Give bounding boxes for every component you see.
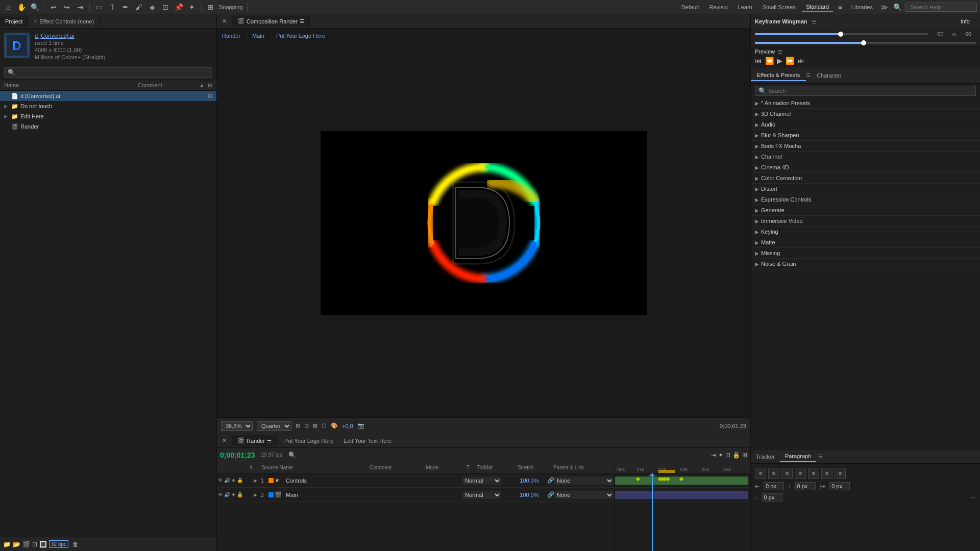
tl-add-marker-icon[interactable]: ✦	[718, 452, 723, 459]
file-item-donottouch[interactable]: ▶ 📁 Do not touch	[0, 101, 216, 111]
pin-icon[interactable]: 📌	[174, 2, 184, 12]
tl-lock-icon[interactable]: 🔒	[732, 452, 740, 459]
file-item-ai[interactable]: 📄 d [Converted].ai ⊞	[0, 91, 216, 101]
preview-prev-icon[interactable]: ⏪	[765, 57, 774, 65]
ep-tab-character[interactable]: Character	[811, 70, 847, 81]
layer-parent-select-1[interactable]: None	[554, 477, 614, 485]
kw-slider-thumb-2[interactable]	[861, 40, 866, 45]
preview-play-icon[interactable]: ▶	[777, 57, 782, 65]
align-center-btn[interactable]: ≡	[768, 468, 779, 479]
workspace-default[interactable]: Default	[677, 3, 703, 11]
delete-icon[interactable]: 🗑	[72, 541, 79, 548]
libraries-chevron-icon[interactable]: ≫	[879, 2, 889, 12]
project-search-bar[interactable]: 🔍	[4, 67, 212, 78]
timeline-tab-menu-icon[interactable]: ☰	[267, 438, 272, 443]
para-menu-icon[interactable]: ☰	[818, 454, 823, 459]
ep-audio[interactable]: ▶ Audio	[751, 119, 980, 130]
indent-right-input[interactable]	[829, 482, 850, 490]
layer-audio-icon[interactable]: 🔊	[224, 478, 230, 483]
eraser-icon[interactable]: ⊡	[160, 2, 170, 12]
track-bar-2[interactable]	[615, 491, 748, 499]
new-solid-icon[interactable]: ⊡	[32, 541, 37, 548]
ep-immersive-video[interactable]: ▶ Immersive Video	[751, 216, 980, 227]
layer-mode-select-1[interactable]: Normal	[462, 477, 501, 485]
step-icon[interactable]: ⇥	[75, 2, 85, 12]
preview-next-icon[interactable]: ⏩	[786, 57, 794, 65]
snapping-icon[interactable]: ⊞	[206, 2, 216, 12]
tl-parent-icon[interactable]: ⇥	[711, 452, 716, 459]
preview-first-icon[interactable]: ⏮	[755, 57, 762, 65]
layer-link-icon-1[interactable]: 🔗	[547, 477, 554, 484]
layer-solo-icon[interactable]: ★	[231, 478, 236, 483]
color-picker-icon[interactable]: 🎨	[331, 422, 338, 429]
ep-expression-controls[interactable]: ▶ Expression Controls	[751, 194, 980, 205]
close-comp-icon[interactable]: ✕	[217, 16, 232, 27]
layer-solo-icon-2[interactable]: ★	[231, 492, 236, 497]
kw-slider-1[interactable]	[755, 33, 928, 35]
layer-eye-icon-2[interactable]: 👁	[218, 492, 223, 497]
rect-icon[interactable]: ▭	[94, 2, 104, 12]
workspace-smallscreen[interactable]: Small Screen	[758, 3, 800, 11]
brush-icon[interactable]: 🖌	[134, 2, 144, 12]
workspace-libraries[interactable]: Libraries	[847, 3, 877, 11]
color-depth-icon[interactable]: 🔳	[39, 541, 47, 548]
ep-tab-effects[interactable]: Effects & Presets	[751, 70, 806, 81]
ep-generate[interactable]: ▶ Generate	[751, 205, 980, 216]
import-icon[interactable]: 📂	[13, 541, 20, 548]
playhead[interactable]	[652, 473, 653, 551]
info-tab-label[interactable]: Info	[954, 16, 976, 27]
stamp-icon[interactable]: ◈	[147, 2, 157, 12]
home-icon[interactable]: ⌂	[3, 2, 13, 12]
tracker-tab[interactable]: Tracker	[751, 452, 780, 462]
toggle-grid-icon[interactable]: ⊞	[296, 422, 300, 429]
bc-main[interactable]: Main	[252, 33, 264, 39]
layer-expand-icon-1[interactable]: ▶	[254, 478, 257, 483]
tl-edit-your-text[interactable]: Edit Your Text Here	[340, 437, 395, 445]
ep-blur-sharpen[interactable]: ▶ Blur & Sharpen	[751, 130, 980, 141]
align-justify-btn[interactable]: ≡	[795, 468, 806, 479]
ep-noise-grain[interactable]: ▶ Noise & Grain	[751, 259, 980, 269]
align-justify-last-left-btn[interactable]: ≡	[808, 468, 819, 479]
align-right-btn[interactable]: ≡	[781, 468, 793, 479]
workspace-learn[interactable]: Learn	[734, 3, 756, 11]
space-after-input[interactable]	[762, 493, 782, 502]
ep-missing[interactable]: ▶ Missing	[751, 248, 980, 259]
quality-select[interactable]: Quarter	[257, 421, 291, 431]
align-justify-last-center-btn[interactable]: ≡	[821, 468, 832, 479]
3d-view-icon[interactable]: ⬡	[322, 422, 327, 429]
layer-mode-select-2[interactable]: Normal	[462, 491, 501, 499]
safe-margins-icon[interactable]: ⊠	[313, 422, 317, 429]
tl-compose-icon[interactable]: ⊞	[742, 452, 747, 459]
kw-slider-2[interactable]	[755, 42, 976, 44]
workspace-standard[interactable]: Standard	[802, 3, 833, 12]
ep-distort[interactable]: ▶ Distort	[751, 184, 980, 194]
layer-eye-icon[interactable]: 👁	[218, 478, 223, 483]
sort-icon[interactable]: ▲	[199, 82, 205, 89]
ep-cinema4d[interactable]: ▶ Cinema 4D	[751, 162, 980, 173]
kw-slider-thumb-1[interactable]	[838, 32, 843, 37]
comp-tab-rander[interactable]: 🎬 Composition Rander ☰	[232, 16, 310, 27]
indent-left-input[interactable]	[764, 482, 784, 490]
undo-icon[interactable]: ↩	[48, 2, 59, 12]
layer-audio-icon-2[interactable]: 🔊	[224, 492, 230, 497]
new-comp-icon[interactable]: 🎬	[22, 541, 30, 548]
ep-search-input[interactable]	[768, 88, 972, 94]
zoom-icon[interactable]: 🔍	[30, 2, 40, 12]
layer-expand-icon-2[interactable]: ▶	[254, 492, 257, 497]
file-item-edithere[interactable]: ▶ 📁 Edit Here	[0, 111, 216, 121]
paragraph-tab[interactable]: Paragraph	[780, 451, 816, 462]
layer-lock-icon[interactable]: 🔒	[237, 478, 243, 483]
workspace-review[interactable]: Review	[705, 3, 732, 11]
ep-keying[interactable]: ▶ Keying	[751, 227, 980, 237]
screenshot-icon[interactable]: 📷	[357, 422, 364, 429]
search-help-input[interactable]	[905, 3, 977, 12]
workspace-expand-icon[interactable]: ≡	[835, 2, 845, 12]
space-before-input[interactable]	[795, 482, 816, 490]
layer-lock-icon-2[interactable]: 🔒	[237, 492, 243, 497]
ep-3d-channel[interactable]: ▶ 3D Channel	[751, 109, 980, 119]
close-icon[interactable]: ✕	[33, 18, 37, 24]
grid-icon[interactable]: ⊞	[208, 82, 212, 89]
kw-menu-icon[interactable]: ☰	[812, 19, 816, 24]
ep-search[interactable]: 🔍	[755, 86, 976, 96]
project-search-input[interactable]	[17, 69, 209, 76]
